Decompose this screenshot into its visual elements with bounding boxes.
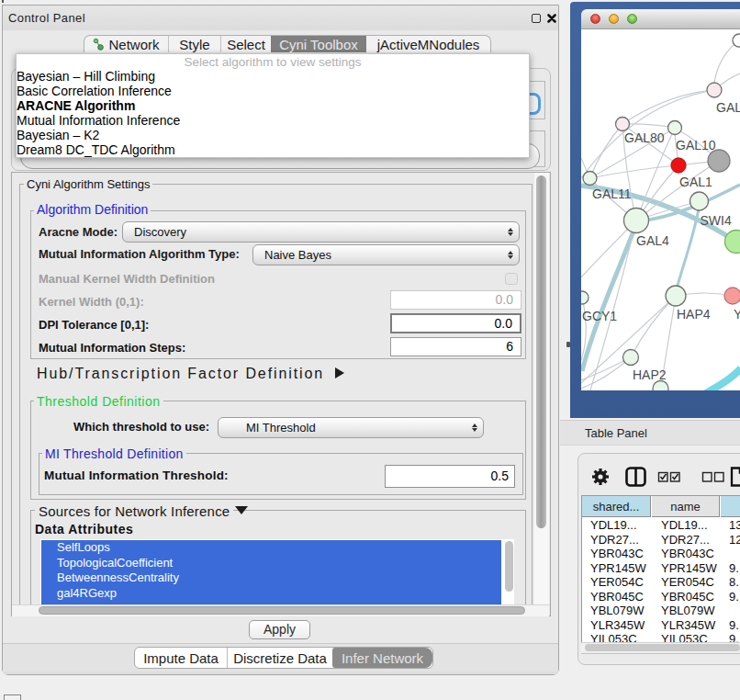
svg-text:GCY1: GCY1 <box>582 309 617 323</box>
svg-text:GAL11: GAL11 <box>592 186 632 201</box>
svg-text:GAL4: GAL4 <box>636 233 669 248</box>
svg-text:Y: Y <box>734 307 740 322</box>
svg-text:SWI4: SWI4 <box>701 213 732 228</box>
svg-text:GAL10: GAL10 <box>676 138 716 152</box>
svg-text:GAL1: GAL1 <box>679 175 712 189</box>
svg-text:HAP4: HAP4 <box>677 307 711 322</box>
svg-text:GAL7: GAL7 <box>716 100 740 115</box>
svg-text:HAP2: HAP2 <box>633 367 667 382</box>
svg-text:GAL80: GAL80 <box>624 130 665 145</box>
